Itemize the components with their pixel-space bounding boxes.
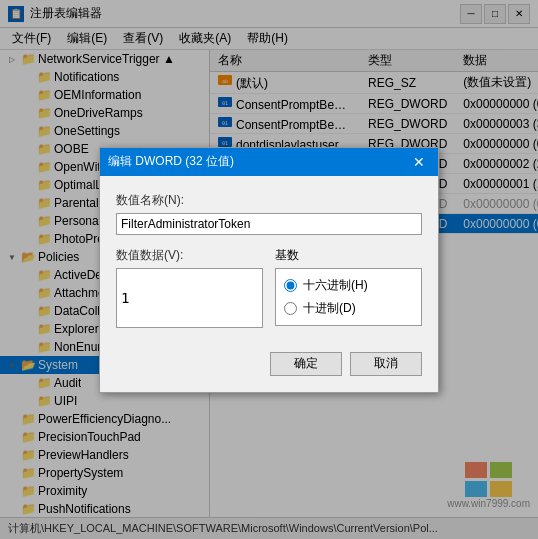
dialog-overlay: 编辑 DWORD (32 位值) ✕ 数值名称(N): 数值数据(V): 基数 … — [0, 0, 538, 539]
hex-label: 十六进制(H) — [303, 277, 368, 294]
dialog-close-button[interactable]: ✕ — [408, 152, 430, 172]
radio-group: 十六进制(H) 十进制(D) — [275, 268, 422, 326]
dialog-row: 数值数据(V): 基数 十六进制(H) 十进制(D) — [116, 247, 422, 328]
dialog-body: 数值名称(N): 数值数据(V): 基数 十六进制(H) — [100, 176, 438, 344]
base-label: 基数 — [275, 247, 422, 264]
base-area: 基数 十六进制(H) 十进制(D) — [275, 247, 422, 328]
dialog-title: 编辑 DWORD (32 位值) — [108, 153, 408, 170]
dec-label: 十进制(D) — [303, 300, 356, 317]
name-label: 数值名称(N): — [116, 192, 422, 209]
cancel-button[interactable]: 取消 — [350, 352, 422, 376]
value-label: 数值数据(V): — [116, 247, 263, 264]
dialog-footer: 确定 取消 — [100, 344, 438, 392]
value-input[interactable] — [116, 268, 263, 328]
hex-radio-label[interactable]: 十六进制(H) — [284, 277, 413, 294]
hex-radio[interactable] — [284, 279, 297, 292]
dec-radio[interactable] — [284, 302, 297, 315]
dec-radio-label[interactable]: 十进制(D) — [284, 300, 413, 317]
confirm-button[interactable]: 确定 — [270, 352, 342, 376]
value-input-area: 数值数据(V): — [116, 247, 263, 328]
edit-dword-dialog: 编辑 DWORD (32 位值) ✕ 数值名称(N): 数值数据(V): 基数 … — [99, 147, 439, 393]
name-input[interactable] — [116, 213, 422, 235]
dialog-title-bar: 编辑 DWORD (32 位值) ✕ — [100, 148, 438, 176]
